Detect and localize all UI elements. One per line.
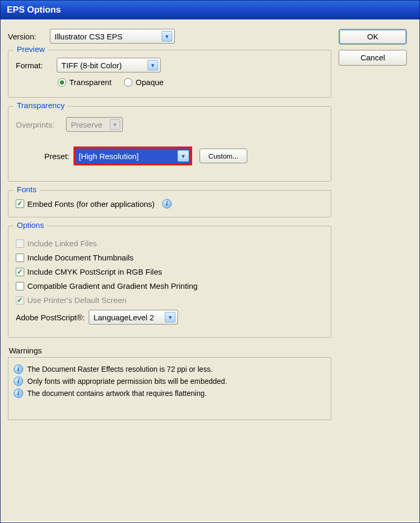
overprints-select: Preserve ▼: [66, 117, 123, 132]
preset-highlight: [High Resolution] ▼: [74, 147, 192, 165]
preset-select[interactable]: [High Resolution] ▼: [76, 149, 190, 163]
info-icon: i: [14, 364, 23, 374]
version-value: Illustrator CS3 EPS: [55, 32, 159, 41]
warning-text: The document contains artwork that requi…: [27, 389, 207, 398]
dialog-content: Version: Illustrator CS3 EPS ▼ Preview F…: [1, 19, 419, 521]
warning-item: i The Document Raster Effects resolution…: [14, 364, 326, 374]
embed-fonts-label: Embed Fonts (for other applications): [27, 200, 155, 208]
preview-legend: Preview: [14, 45, 48, 54]
thumbnails-row: Include Document Thumbnails: [16, 253, 323, 262]
preset-label: Preset:: [34, 152, 69, 161]
format-select[interactable]: TIFF (8-bit Color) ▼: [57, 58, 161, 72]
printer-row: Use Printer's Default Screen: [16, 296, 323, 305]
radio-transparent[interactable]: [58, 78, 66, 87]
thumbnails-label: Include Document Thumbnails: [27, 253, 133, 262]
titlebar: EPS Options: [1, 1, 419, 19]
postscript-select[interactable]: LanguageLevel 2 ▼: [89, 310, 178, 325]
opaque-label: Opaque: [135, 78, 163, 87]
gradient-row: Compatible Gradient and Gradient Mesh Pr…: [16, 281, 323, 290]
version-select[interactable]: Illustrator CS3 EPS ▼: [50, 29, 175, 44]
preview-fieldset: Preview Format: TIFF (8-bit Color) ▼ Tra…: [8, 50, 331, 98]
custom-label: Custom...: [208, 152, 238, 160]
preview-radio-row: Transparent Opaque: [16, 78, 323, 87]
options-fieldset: Options Include Linked Files Include Doc…: [8, 226, 331, 338]
info-icon: i: [14, 376, 23, 386]
format-value: TIFF (8-bit Color): [61, 61, 144, 70]
warnings-list[interactable]: i The Document Raster Effects resolution…: [8, 357, 331, 420]
chevron-down-icon: ▼: [148, 60, 158, 70]
check-embed-fonts[interactable]: [16, 200, 24, 208]
chevron-down-icon: ▼: [162, 31, 172, 41]
postscript-row: Adobe PostScript®: LanguageLevel 2 ▼: [16, 310, 323, 325]
fonts-fieldset: Fonts Embed Fonts (for other application…: [8, 190, 331, 217]
check-linked-files: [16, 239, 24, 248]
overprints-label: Overprints:: [16, 120, 62, 129]
cmyk-row: Include CMYK PostScript in RGB Files: [16, 267, 323, 276]
format-row: Format: TIFF (8-bit Color) ▼: [16, 58, 323, 72]
dialog-window: EPS Options Version: Illustrator CS3 EPS…: [0, 0, 420, 523]
cmyk-label: Include CMYK PostScript in RGB Files: [27, 267, 162, 276]
preset-value: [High Resolution]: [79, 152, 177, 161]
postscript-value: LanguageLevel 2: [93, 313, 162, 322]
warnings-label: Warnings: [9, 346, 331, 355]
check-thumbnails[interactable]: [16, 254, 24, 262]
linked-files-row: Include Linked Files: [16, 239, 323, 248]
check-printer-default: [16, 296, 24, 305]
warning-text: Only fonts with appropriate permission b…: [27, 377, 227, 385]
transparent-label: Transparent: [69, 78, 111, 87]
linked-files-label: Include Linked Files: [27, 239, 97, 248]
cancel-label: Cancel: [361, 53, 385, 62]
fonts-legend: Fonts: [14, 185, 40, 194]
overprints-row: Overprints: Preserve ▼: [16, 117, 323, 132]
custom-button[interactable]: Custom...: [200, 149, 247, 163]
warning-item: i Only fonts with appropriate permission…: [14, 376, 326, 386]
warning-text: The Document Raster Effects resolution i…: [27, 365, 213, 373]
overprints-value: Preserve: [71, 120, 107, 129]
format-label: Format:: [16, 61, 52, 70]
ok-label: OK: [367, 32, 379, 41]
transparency-legend: Transparency: [14, 101, 68, 110]
embed-fonts-row: Embed Fonts (for other applications) i: [16, 199, 323, 208]
preset-row: Preset: [High Resolution] ▼ Custom...: [16, 147, 323, 165]
version-row: Version: Illustrator CS3 EPS ▼: [8, 29, 331, 44]
ok-button[interactable]: OK: [339, 29, 407, 45]
check-gradient[interactable]: [16, 282, 24, 290]
warning-item: i The document contains artwork that req…: [14, 389, 326, 398]
version-label: Version:: [8, 32, 46, 41]
printer-label: Use Printer's Default Screen: [27, 296, 127, 305]
radio-opaque[interactable]: [124, 78, 132, 87]
window-title: EPS Options: [7, 5, 61, 15]
chevron-down-icon: ▼: [177, 150, 189, 162]
transparency-fieldset: Transparency Overprints: Preserve ▼ Pres…: [8, 106, 331, 182]
info-icon: i: [14, 389, 23, 398]
postscript-label: Adobe PostScript®:: [16, 313, 85, 322]
left-column: Version: Illustrator CS3 EPS ▼ Preview F…: [8, 29, 331, 420]
cancel-button[interactable]: Cancel: [339, 50, 407, 66]
right-column: OK Cancel: [339, 29, 412, 71]
info-icon[interactable]: i: [162, 199, 172, 208]
check-cmyk[interactable]: [16, 268, 24, 276]
options-legend: Options: [14, 221, 47, 229]
chevron-down-icon: ▼: [165, 312, 175, 322]
gradient-label: Compatible Gradient and Gradient Mesh Pr…: [27, 281, 197, 290]
chevron-down-icon: ▼: [110, 119, 120, 130]
